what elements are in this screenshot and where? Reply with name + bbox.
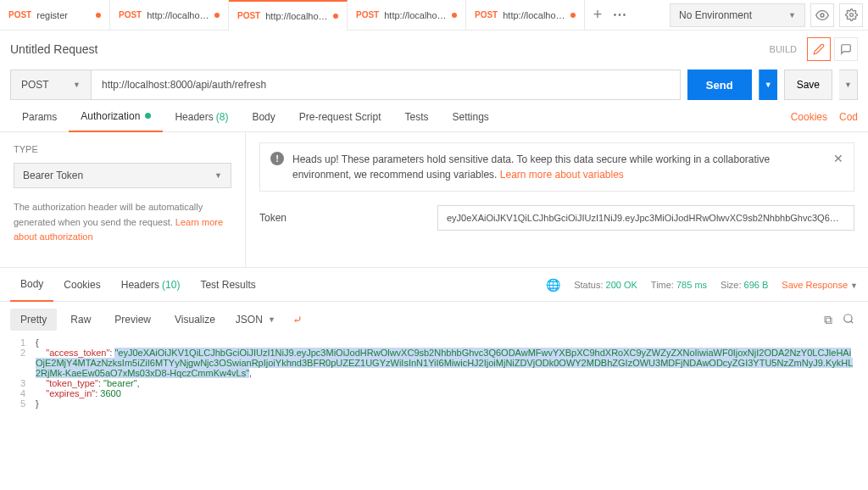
- tab-4[interactable]: POST http://localhost:8...: [466, 0, 585, 31]
- info-icon: !: [270, 152, 284, 165]
- tab-params[interactable]: Params: [10, 102, 69, 132]
- code-link[interactable]: Cod: [839, 111, 858, 123]
- response-status-bar: 🌐 Status: 200 OK Time: 785 ms Size: 696 …: [546, 278, 858, 292]
- tab-prerequest[interactable]: Pre-request Script: [287, 102, 393, 132]
- tab-authorization-label: Authorization: [81, 110, 140, 122]
- request-title-row: Untitled Request BUILD: [0, 31, 868, 68]
- environment-area: No Environment ▼: [665, 3, 868, 27]
- info-banner-link[interactable]: Learn more about variables: [500, 169, 624, 181]
- svg-point-2: [844, 314, 852, 321]
- tabs-bar: POST register POST http://localhost:8...…: [0, 0, 868, 31]
- time-value: 785 ms: [676, 280, 707, 290]
- request-title: Untitled Request: [10, 42, 770, 56]
- request-tabs-right: Cookies Cod: [791, 111, 858, 123]
- tab-method: POST: [119, 10, 142, 19]
- view-visualize[interactable]: Visualize: [164, 309, 225, 331]
- token-input[interactable]: [437, 205, 854, 231]
- response-body[interactable]: 1{ 2 "access_token": "eyJ0eXAiOiJKV1QiLC…: [0, 337, 868, 419]
- chevron-down-icon: ▼: [850, 281, 858, 290]
- token-field-row: Token: [259, 205, 854, 231]
- send-dropdown[interactable]: ▼: [759, 70, 777, 100]
- indicator-dot-icon: [145, 113, 151, 119]
- unsaved-dot-icon: [333, 14, 338, 19]
- chevron-down-icon: ▼: [788, 11, 796, 19]
- resp-tab-body[interactable]: Body: [10, 268, 53, 302]
- save-response-link[interactable]: Save Response ▼: [782, 280, 858, 290]
- copy-icon[interactable]: ⧉: [821, 309, 836, 331]
- token-label: Token: [259, 212, 437, 224]
- svg-point-0: [821, 14, 824, 17]
- method-value: POST: [21, 79, 49, 91]
- language-value: JSON: [236, 314, 263, 326]
- auth-type-select[interactable]: Bearer Token ▼: [14, 163, 231, 188]
- tab-settings[interactable]: Settings: [441, 102, 501, 132]
- unsaved-dot-icon: [570, 13, 576, 18]
- resp-tab-headers[interactable]: Headers (10): [111, 268, 191, 302]
- json-val-token-type: "bearer": [103, 378, 137, 388]
- tab-register[interactable]: POST register: [0, 0, 110, 31]
- json-key-token-type: "token_type": [46, 378, 98, 388]
- chevron-down-icon: ▼: [844, 81, 852, 89]
- svg-point-1: [849, 14, 853, 17]
- view-preview[interactable]: Preview: [104, 309, 161, 331]
- gear-icon[interactable]: [839, 3, 863, 27]
- response-tabs: Body Cookies Headers (10) Test Results 🌐…: [0, 268, 868, 302]
- resp-tab-cookies[interactable]: Cookies: [53, 268, 110, 302]
- auth-type-value: Bearer Token: [23, 170, 83, 181]
- wrap-icon[interactable]: ⤶: [286, 309, 309, 330]
- chevron-down-icon: ▼: [765, 81, 772, 89]
- tab-label: http://localhost:8...: [503, 10, 565, 20]
- unsaved-dot-icon: [96, 13, 101, 18]
- tab-headers-label: Headers: [175, 111, 213, 123]
- tab-method: POST: [356, 10, 379, 19]
- tab-authorization[interactable]: Authorization: [69, 102, 163, 132]
- status-value: 200 OK: [606, 280, 637, 290]
- svg-line-3: [851, 320, 854, 323]
- eye-icon[interactable]: [810, 3, 834, 27]
- add-tab-button[interactable]: +: [585, 0, 610, 31]
- edit-icon[interactable]: [807, 37, 831, 61]
- cookies-link[interactable]: Cookies: [791, 111, 827, 123]
- auth-desc-text: The authorization header will be automat…: [14, 202, 203, 227]
- search-icon[interactable]: [839, 309, 858, 331]
- status-text: Status: 200 OK: [574, 280, 637, 290]
- tab-active[interactable]: POST http://localhost:8...: [229, 0, 348, 31]
- json-key-access-token: "access_token": [46, 348, 109, 358]
- auth-panel: TYPE Bearer Token ▼ The authorization he…: [0, 132, 868, 268]
- chevron-down-icon: ▼: [268, 315, 275, 324]
- tab-method: POST: [475, 10, 498, 19]
- tab-label: register: [36, 10, 91, 20]
- send-button[interactable]: Send: [687, 70, 752, 100]
- auth-fields-panel: ! Heads up! These parameters hold sensit…: [246, 132, 868, 267]
- globe-icon[interactable]: 🌐: [546, 278, 560, 292]
- tab-tests[interactable]: Tests: [392, 102, 440, 132]
- comment-icon[interactable]: [834, 37, 858, 61]
- view-raw[interactable]: Raw: [60, 309, 101, 331]
- save-dropdown[interactable]: ▼: [839, 70, 858, 100]
- response-view-row: Pretty Raw Preview Visualize JSON ▼ ⤶ ⧉: [0, 302, 868, 337]
- tab-1[interactable]: POST http://localhost:8...: [110, 0, 229, 31]
- more-tabs-button[interactable]: •••: [610, 0, 631, 31]
- tab-label: http://localhost:8...: [147, 10, 209, 20]
- language-select[interactable]: JSON ▼: [229, 309, 282, 331]
- auth-type-label: TYPE: [14, 144, 231, 154]
- size-value: 696 B: [744, 280, 769, 290]
- tabs-list: POST register POST http://localhost:8...…: [0, 0, 665, 31]
- view-pretty[interactable]: Pretty: [10, 309, 57, 331]
- chevron-down-icon: ▼: [214, 171, 222, 180]
- method-select[interactable]: POST ▼: [10, 70, 92, 100]
- json-key-expires-in: "expires_in": [46, 388, 95, 398]
- tab-headers[interactable]: Headers (8): [163, 102, 240, 132]
- chevron-down-icon: ▼: [73, 81, 81, 89]
- save-button[interactable]: Save: [784, 70, 832, 100]
- headers-count: (8): [216, 111, 229, 123]
- resp-tab-testresults[interactable]: Test Results: [190, 268, 265, 302]
- auth-type-panel: TYPE Bearer Token ▼ The authorization he…: [0, 132, 246, 267]
- url-input[interactable]: [92, 70, 681, 100]
- build-label: BUILD: [770, 44, 797, 54]
- close-icon[interactable]: ✕: [833, 152, 843, 165]
- environment-select[interactable]: No Environment ▼: [670, 3, 805, 27]
- tab-method: POST: [237, 11, 260, 20]
- tab-body[interactable]: Body: [240, 102, 287, 132]
- tab-3[interactable]: POST http://localhost:8...: [348, 0, 466, 31]
